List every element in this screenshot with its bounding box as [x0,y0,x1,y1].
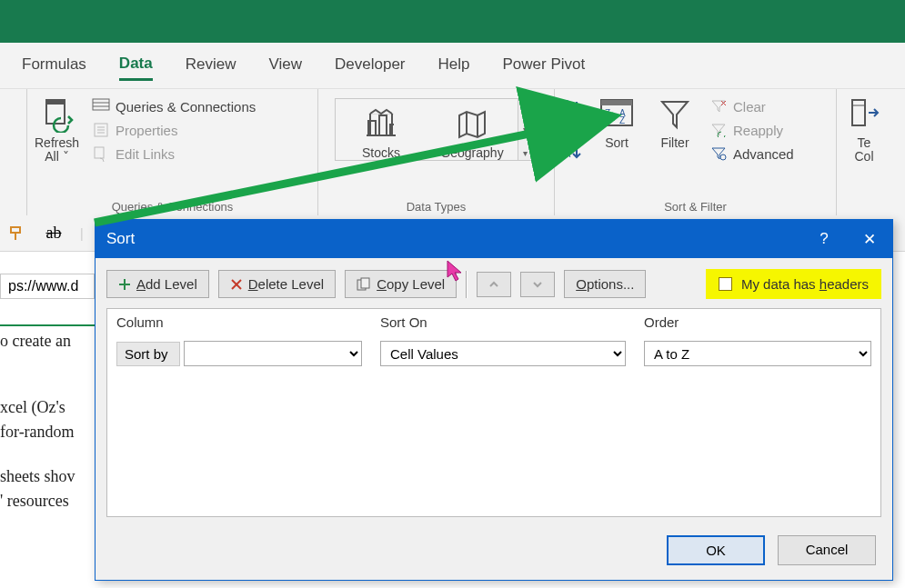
tab-developer[interactable]: Developer [335,52,406,79]
edit-links-button[interactable]: Edit Links [86,142,265,165]
sort-desc-icon[interactable]: ZA [562,135,586,169]
ribbon: RefreshAll ˅ Queries & Connections Prope… [0,88,905,215]
cell-content-fragment[interactable] [0,274,95,299]
order-header: Order [635,309,880,335]
dialog-help-button[interactable]: ? [801,220,847,258]
queries-connections-button[interactable]: Queries & Connections [86,95,265,118]
options-button[interactable]: Options... [564,270,646,298]
cell-text-2: xcel (Oz's [0,393,95,417]
ribbon-group-sortfilter: AZ ZA ZAAZ Sort Filter [555,89,837,215]
properties-button[interactable]: Properties [86,118,265,142]
cell-text-4: ' resources [0,486,95,511]
sort-dialog-icon: ZAAZ [595,95,639,135]
sorton-header: Sort On [371,309,635,335]
svg-rect-31 [361,278,369,288]
tab-view[interactable]: View [268,52,302,79]
options-label: Options... [576,276,634,292]
svg-text:Z: Z [619,115,625,125]
sort-asc-icon[interactable]: AZ [562,96,586,130]
geography-button[interactable]: Geography [427,99,518,160]
svg-rect-1 [46,100,65,105]
move-down-button[interactable] [520,272,555,297]
stocks-button[interactable]: Stocks [336,99,427,160]
text-to-columns-button[interactable]: TeCol [837,89,891,164]
cell-link[interactable]: for-random [0,417,95,442]
filter-button[interactable]: Filter [646,89,704,191]
headers-checkbox[interactable] [719,277,732,291]
cancel-button[interactable]: Cancel [778,535,876,565]
sorton-select[interactable]: Cell Values [380,341,626,366]
sortby-column-select[interactable] [184,341,362,366]
sort-dialog: Sort ? ✕ Add Level Delete Level Copy Lev… [95,219,893,581]
chevron-down-icon [531,278,544,291]
properties-label: Properties [116,123,177,138]
queries-connections-icon [92,97,110,115]
headers-label: My data has headers [741,276,869,292]
group-label-sortfilter: Sort & Filter [555,200,836,214]
move-up-button[interactable] [477,272,511,297]
stocks-icon [359,105,403,145]
ribbon-tabs: Formulas Data Review View Developer Help… [0,43,905,88]
dialog-close-button[interactable]: ✕ [847,220,892,258]
ok-button[interactable]: OK [667,535,765,565]
svg-text:A: A [564,148,571,159]
tab-power-pivot[interactable]: Power Pivot [502,52,585,79]
tab-review[interactable]: Review [186,52,236,79]
geography-icon [450,105,494,145]
reapply-button[interactable]: Reapply [704,118,803,142]
x-icon [230,278,243,291]
plus-icon [118,278,131,291]
column-header: Column [107,309,371,335]
advanced-label: Advanced [733,146,794,162]
cell-text-3: sheets shov [0,462,95,486]
headers-checkbox-area[interactable]: My data has headers [706,269,881,299]
separator [466,271,468,298]
clear-label: Clear [733,99,766,115]
delete-level-button[interactable]: Delete Level [218,270,336,298]
copy-level-button[interactable]: Copy Level [345,270,457,298]
queries-connections-label: Queries & Connections [116,99,256,115]
sort-button[interactable]: ZAAZ Sort [588,89,646,191]
text-to-columns-label: TeCol [854,136,873,164]
stocks-label: Stocks [362,146,400,160]
refresh-all-label: RefreshAll ˅ [35,136,79,164]
refresh-all-button[interactable]: RefreshAll ˅ [27,89,86,191]
dialog-titlebar[interactable]: Sort ? ✕ [96,220,892,258]
datatypes-scroll[interactable]: ▴ ▾ ▾ [518,99,532,160]
advanced-icon [709,145,728,163]
svg-text:Z: Z [564,137,570,148]
chevron-up-icon [488,278,500,291]
filter-label: Filter [660,136,689,150]
dialog-footer: OK Cancel [96,528,892,580]
sort-rule-row: Sort by Cell Values A to Z [107,335,880,372]
app-titlebar [0,0,905,43]
svg-text:A: A [564,98,571,109]
edit-links-icon [92,145,110,163]
strikethrough-icon[interactable]: ab [44,224,64,244]
order-select[interactable]: A to Z [644,341,871,366]
group-label-queries: Queries & Connections [27,200,317,214]
svg-rect-9 [95,147,104,158]
reapply-label: Reapply [733,123,783,138]
ribbon-group-texttocols: TeCol [837,89,891,215]
advanced-button[interactable]: Advanced [704,142,803,165]
cell-text-1: o create an [0,326,95,351]
geography-label: Geography [440,146,503,160]
tab-data[interactable]: Data [119,51,153,81]
add-level-button[interactable]: Add Level [106,270,209,298]
svg-rect-2 [93,99,109,110]
clear-icon [709,97,728,115]
text-to-columns-icon [842,95,886,135]
refresh-icon [35,95,79,135]
copy-icon [357,277,371,292]
clear-button[interactable]: Clear [704,95,803,118]
tab-formulas[interactable]: Formulas [22,52,86,79]
format-painter-icon[interactable] [7,224,27,244]
properties-icon [92,121,110,139]
svg-text:A: A [605,115,611,125]
filter-icon [653,95,697,135]
svg-point-23 [720,154,726,160]
sort-label: Sort [605,136,628,150]
tab-help[interactable]: Help [438,52,470,79]
ribbon-group-datatypes: Stocks Geography ▴ ▾ ▾ Data Types [318,89,555,215]
